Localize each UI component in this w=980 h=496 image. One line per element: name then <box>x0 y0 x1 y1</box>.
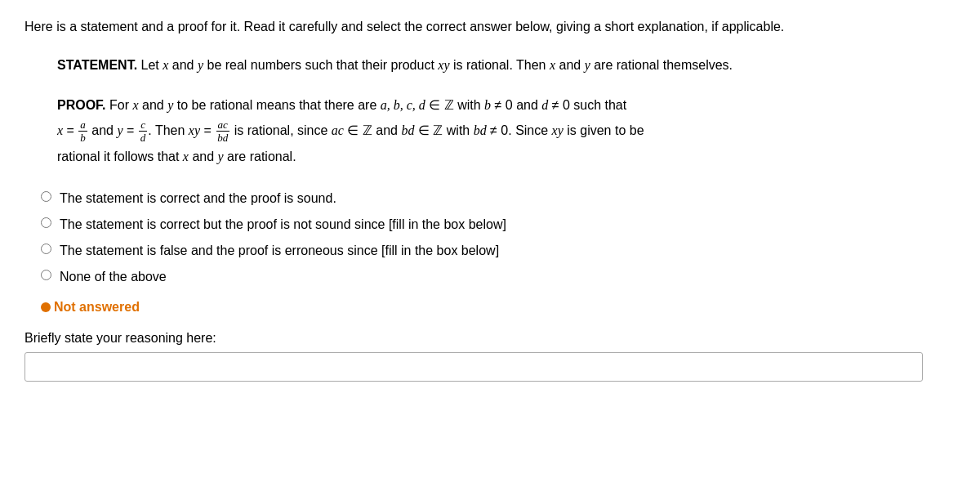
frac-numerator-c: c <box>139 118 147 132</box>
frac-denominator-d: d <box>139 132 148 145</box>
frac-denominator: b <box>78 132 87 145</box>
reasoning-input[interactable] <box>24 352 923 382</box>
statement-label: STATEMENT. <box>57 58 137 72</box>
frac-c-over-d: c d <box>139 118 148 145</box>
statement-block: STATEMENT. Let x and y be real numbers s… <box>57 54 923 78</box>
frac-a-over-b: a b <box>78 118 87 145</box>
radio-opt3[interactable] <box>41 244 51 254</box>
option-item-3: The statement is false and the proof is … <box>41 241 939 261</box>
option-label-3[interactable]: The statement is false and the proof is … <box>60 241 499 261</box>
intro-text: Here is a statement and a proof for it. … <box>24 16 956 38</box>
statement-text: Let x and y be real numbers such that th… <box>141 58 733 72</box>
radio-opt1[interactable] <box>41 191 51 202</box>
intro-content: Here is a statement and a proof for it. … <box>24 20 784 34</box>
option-item-2: The statement is correct but the proof i… <box>41 215 939 235</box>
proof-label: PROOF. <box>57 98 106 112</box>
reasoning-label: Briefly state your reasoning here: <box>24 331 956 346</box>
proof-text-line3: rational it follows that x and y are rat… <box>57 150 296 163</box>
proof-text-line1: For x and y to be rational means that th… <box>109 98 626 112</box>
option-label-4[interactable]: None of the above <box>60 267 167 287</box>
option-label-1[interactable]: The statement is correct and the proof i… <box>60 189 336 208</box>
option-item-4: None of the above <box>41 267 939 287</box>
frac-denominator-bd: bd <box>216 132 229 145</box>
reasoning-section: Briefly state your reasoning here: <box>24 331 956 382</box>
proof-text-line2: x = a b and y = c d . Then xy = ac bd is… <box>57 123 644 137</box>
not-answered-section: Not answered <box>41 300 939 315</box>
frac-numerator-ac: ac <box>216 118 229 132</box>
radio-opt2[interactable] <box>41 217 51 228</box>
option-label-2[interactable]: The statement is correct but the proof i… <box>60 215 506 235</box>
radio-opt4[interactable] <box>41 270 51 280</box>
options-section: The statement is correct and the proof i… <box>41 189 939 287</box>
frac-ac-over-bd: ac bd <box>216 118 229 145</box>
not-answered-label: Not answered <box>54 300 140 315</box>
frac-numerator: a <box>78 118 87 132</box>
not-answered-indicator <box>41 302 51 312</box>
option-item-1: The statement is correct and the proof i… <box>41 189 939 208</box>
proof-block: PROOF. For x and y to be rational means … <box>57 93 923 169</box>
